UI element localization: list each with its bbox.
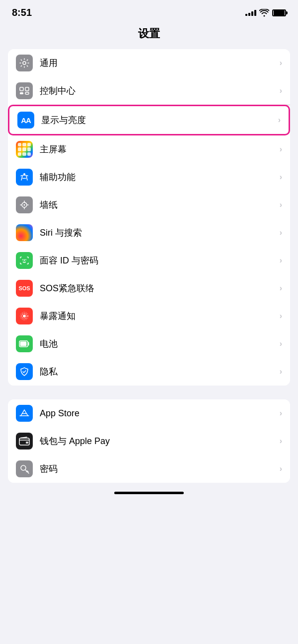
baolu-label: 暴露通知	[40, 310, 280, 322]
kongzhizhongxin-label: 控制中心	[40, 85, 280, 97]
settings-item-appstore[interactable]: App Store ›	[8, 399, 290, 427]
chevron-icon: ›	[280, 86, 282, 95]
siri-label: Siri 与搜索	[40, 227, 280, 239]
chevron-icon: ›	[280, 256, 282, 265]
settings-item-yinsi[interactable]: 隐私 ›	[8, 358, 290, 386]
settings-item-passwords[interactable]: 密码 ›	[8, 455, 290, 483]
chevron-icon: ›	[280, 173, 282, 182]
chevron-icon: ›	[280, 437, 282, 446]
page-title: 设置	[0, 22, 298, 49]
xianshi-icon: AA	[17, 112, 34, 129]
settings-item-baolu[interactable]: 暴露通知 ›	[8, 302, 290, 330]
svg-rect-2	[25, 87, 29, 91]
wifi-icon	[259, 9, 269, 17]
settings-item-tongyong[interactable]: 通用 ›	[8, 49, 290, 77]
settings-item-wallet[interactable]: 钱包与 Apple Pay ›	[8, 427, 290, 455]
yinsi-label: 隐私	[40, 366, 280, 378]
svg-point-8	[23, 315, 26, 318]
zhupingmu-label: 主屏幕	[40, 143, 280, 155]
baolu-icon	[16, 308, 33, 324]
chevron-icon: ›	[280, 59, 282, 67]
settings-item-sos[interactable]: SOS SOS紧急联络 ›	[8, 274, 290, 302]
appstore-icon	[16, 405, 33, 422]
wallet-label: 钱包与 Apple Pay	[40, 435, 280, 447]
settings-item-kongzhizhongxin[interactable]: 控制中心 ›	[8, 77, 290, 105]
qiangzhi-label: 墙纸	[40, 199, 280, 211]
qiangzhi-icon	[16, 196, 33, 213]
svg-rect-4	[25, 92, 29, 94]
status-icons	[245, 9, 286, 17]
svg-point-7	[24, 204, 25, 206]
svg-rect-14	[26, 442, 28, 444]
fuzhu-label: 辅助功能	[40, 171, 280, 183]
battery-status-icon	[272, 9, 286, 16]
chevron-icon: ›	[280, 145, 282, 154]
settings-item-faceid[interactable]: 面容 ID 与密码 ›	[8, 247, 290, 274]
chevron-icon: ›	[280, 228, 282, 237]
sos-label: SOS紧急联络	[40, 282, 280, 294]
svg-point-0	[23, 62, 26, 64]
status-bar: 8:51	[0, 0, 298, 22]
settings-item-xianshi[interactable]: AA 显示与亮度 ›	[8, 105, 290, 135]
chevron-icon: ›	[280, 367, 282, 376]
chevron-icon: ›	[280, 464, 282, 473]
settings-item-fuzhu[interactable]: 辅助功能 ›	[8, 163, 290, 191]
faceid-icon	[16, 252, 33, 269]
chevron-icon: ›	[280, 200, 282, 209]
tongyong-icon	[16, 55, 33, 71]
settings-item-qiangzhi[interactable]: 墙纸 ›	[8, 191, 290, 219]
svg-rect-12	[20, 342, 27, 346]
chevron-icon: ›	[278, 116, 281, 125]
wallet-icon	[16, 433, 33, 450]
settings-item-zhupingmu[interactable]: 主屏幕 ›	[8, 135, 290, 163]
faceid-label: 面容 ID 与密码	[40, 255, 280, 266]
chevron-icon: ›	[280, 312, 282, 321]
sos-icon: SOS	[16, 280, 33, 297]
xianshi-label: 显示与亮度	[41, 114, 278, 126]
kongzhizhongxin-icon	[16, 82, 33, 99]
appstore-label: App Store	[40, 408, 280, 419]
settings-group-2: App Store › 钱包与 Apple Pay › 密码 ›	[8, 399, 290, 483]
signal-icon	[245, 10, 256, 16]
passwords-label: 密码	[40, 463, 280, 475]
home-indicator	[0, 492, 298, 500]
status-time: 8:51	[12, 7, 32, 18]
zhupingmu-icon	[16, 141, 33, 158]
settings-item-siri[interactable]: Siri 与搜索 ›	[8, 219, 290, 247]
chevron-icon: ›	[280, 284, 282, 293]
dianci-label: 电池	[40, 338, 280, 350]
svg-rect-3	[20, 92, 23, 94]
siri-icon	[16, 224, 33, 241]
chevron-icon: ›	[280, 339, 282, 348]
yinsi-icon	[16, 363, 33, 380]
svg-rect-1	[20, 87, 23, 91]
settings-item-dianci[interactable]: 电池 ›	[8, 330, 290, 358]
settings-group-1: 通用 › 控制中心 › AA 显示与亮度 ›	[8, 49, 290, 386]
chevron-icon: ›	[280, 409, 282, 418]
fuzhu-icon	[16, 169, 33, 186]
dianci-icon	[16, 335, 33, 352]
passwords-icon	[16, 460, 33, 477]
tongyong-label: 通用	[40, 57, 280, 69]
